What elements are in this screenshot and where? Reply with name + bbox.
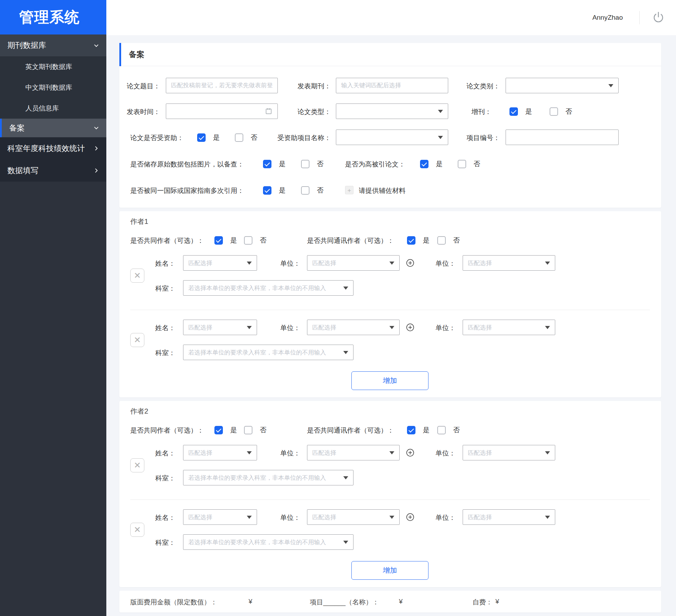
add-author-row-button[interactable]: 增加 — [351, 561, 428, 580]
checkbox-unchecked[interactable] — [301, 186, 309, 195]
checkbox-checked[interactable] — [214, 426, 223, 434]
co-corresponding-yes-checkbox[interactable]: 是 — [407, 426, 430, 435]
checkbox-unchecked[interactable] — [235, 133, 243, 142]
project-no-input[interactable] — [506, 130, 619, 145]
logout-button[interactable] — [651, 11, 665, 25]
checkbox-unchecked[interactable] — [301, 160, 309, 168]
dept-select[interactable]: 若选择本单位的要求录入科室，非本单位的不用输入 — [183, 470, 353, 485]
dept-select[interactable]: 若选择本单位的要求录入科室，非本单位的不用输入 — [183, 534, 353, 550]
multi-cited-no-checkbox[interactable]: 否 — [301, 186, 324, 195]
sidebar-item-dept-annual-stats[interactable]: 科室年度科技绩效统计 — [0, 137, 106, 159]
checkbox-checked[interactable] — [197, 133, 206, 142]
paper-title-input[interactable] — [166, 78, 278, 93]
checkbox-checked[interactable] — [214, 236, 223, 245]
high-cited-no-checkbox[interactable]: 否 — [458, 159, 480, 169]
unit2-select[interactable]: 匹配选择 — [463, 320, 555, 335]
author-member-block: ✕ 姓名： 匹配选择 单位： 匹配选择 单位： — [119, 255, 661, 296]
dept-label: 科室： — [155, 474, 175, 483]
name-select[interactable]: 匹配选择 — [183, 445, 257, 460]
co-corresponding-no-checkbox[interactable]: 否 — [437, 426, 460, 435]
co-corresponding-no-checkbox[interactable]: 否 — [437, 236, 460, 245]
accent-bar — [119, 43, 121, 66]
name-label: 姓名： — [155, 513, 175, 522]
supplement-yes-checkbox[interactable]: 是 — [509, 107, 532, 116]
sidebar-item-filing-selected[interactable]: 备案 — [0, 119, 106, 137]
app-logo: 管理系统 — [0, 0, 106, 34]
checkbox-unchecked[interactable] — [244, 426, 252, 434]
dropdown-arrow-icon — [247, 451, 252, 454]
store-raw-yes-checkbox[interactable]: 是 — [263, 159, 286, 169]
co-author-no-checkbox[interactable]: 否 — [244, 236, 267, 245]
co-author-no-checkbox[interactable]: 否 — [244, 426, 267, 435]
unit-select[interactable]: 匹配选择 — [307, 509, 400, 525]
checkbox-unchecked[interactable] — [437, 426, 446, 434]
checkbox-checked[interactable] — [509, 107, 518, 116]
self-pay-label: 自费： — [472, 598, 493, 607]
filing-panel: 备案 论文题目： 发表期刊： 论文类别： 发表时间： — [119, 43, 661, 208]
high-cited-yes-checkbox[interactable]: 是 — [420, 159, 443, 169]
dropdown-arrow-icon — [247, 516, 252, 519]
upload-support-material-button[interactable]: ＋ — [345, 186, 353, 194]
fund-project-select[interactable] — [336, 130, 448, 145]
top-header: AnnyZhao — [106, 0, 676, 35]
add-author-row-button[interactable]: 增加 — [351, 371, 428, 390]
dropdown-arrow-icon — [343, 287, 348, 290]
unit2-select[interactable]: 匹配选择 — [463, 509, 555, 525]
name-select[interactable]: 匹配选择 — [183, 509, 257, 525]
header-divider — [639, 11, 640, 24]
sidebar-item-data-entry[interactable]: 数据填写 — [0, 159, 106, 182]
co-author-label: 是否共同作者（可选）： — [130, 426, 204, 435]
add-unit-button[interactable] — [406, 259, 414, 267]
unit2-select[interactable]: 匹配选择 — [463, 255, 555, 271]
project-no-field[interactable] — [511, 134, 613, 141]
supplement-no-checkbox[interactable]: 否 — [550, 107, 572, 116]
pub-date-input[interactable] — [166, 103, 278, 119]
unit-select[interactable]: 匹配选择 — [307, 255, 400, 271]
unit-select[interactable]: 匹配选择 — [307, 320, 400, 335]
checkbox-checked[interactable] — [407, 426, 415, 434]
checkbox-checked[interactable] — [263, 186, 271, 195]
add-unit-button[interactable] — [406, 448, 414, 457]
co-author-label: 是否共同作者（可选）： — [130, 236, 204, 245]
funded-no-checkbox[interactable]: 否 — [235, 133, 257, 142]
multi-cited-yes-checkbox[interactable]: 是 — [263, 186, 286, 195]
paper-title-field[interactable] — [171, 82, 273, 89]
add-unit-button[interactable] — [406, 513, 414, 521]
unit-select[interactable]: 匹配选择 — [307, 445, 400, 460]
calendar-icon[interactable] — [265, 107, 273, 115]
dept-select[interactable]: 若选择本单位的要求录入科室，非本单位的不用输入 — [183, 280, 353, 296]
checkbox-checked[interactable] — [407, 236, 415, 245]
sidebar-item-journal-db[interactable]: 期刊数据库 — [0, 34, 106, 56]
checkbox-unchecked[interactable] — [550, 107, 558, 116]
name-select[interactable]: 匹配选择 — [183, 255, 257, 271]
supplement-label: 增刊： — [443, 107, 492, 117]
journal-label: 发表期刊： — [274, 82, 331, 91]
unit2-select[interactable]: 匹配选择 — [463, 445, 555, 460]
checkbox-unchecked[interactable] — [458, 160, 466, 168]
journal-input[interactable] — [336, 78, 448, 93]
checkbox-checked[interactable] — [263, 160, 271, 168]
project-fee-currency: ¥ — [399, 598, 403, 605]
checkbox-checked[interactable] — [420, 160, 428, 168]
category-select[interactable] — [506, 78, 619, 93]
fund-project-label: 受资助项目名称： — [274, 133, 331, 143]
paper-type-select[interactable] — [336, 103, 448, 119]
add-unit-button[interactable] — [406, 323, 414, 332]
funded-yes-checkbox[interactable]: 是 — [197, 133, 220, 142]
checkbox-unchecked[interactable] — [244, 236, 252, 245]
co-author-yes-checkbox[interactable]: 是 — [214, 426, 237, 435]
journal-field[interactable] — [341, 82, 443, 89]
sidebar-item-chinese-journal-db[interactable]: 中文期刊数据库 — [0, 77, 106, 98]
funded-label: 论文是否受资助： — [130, 133, 184, 143]
unit-label: 单位： — [280, 513, 300, 522]
name-select[interactable]: 匹配选择 — [183, 320, 257, 335]
dropdown-arrow-icon — [389, 326, 394, 329]
sidebar-item-personnel-db[interactable]: 人员信息库 — [0, 98, 106, 119]
co-corresponding-yes-checkbox[interactable]: 是 — [407, 236, 430, 245]
pub-date-field[interactable] — [171, 108, 265, 115]
co-author-yes-checkbox[interactable]: 是 — [214, 236, 237, 245]
sidebar-item-english-journal-db[interactable]: 英文期刊数据库 — [0, 56, 106, 77]
checkbox-unchecked[interactable] — [437, 236, 446, 245]
dept-select[interactable]: 若选择本单位的要求录入科室，非本单位的不用输入 — [183, 345, 353, 360]
store-raw-no-checkbox[interactable]: 否 — [301, 159, 324, 169]
